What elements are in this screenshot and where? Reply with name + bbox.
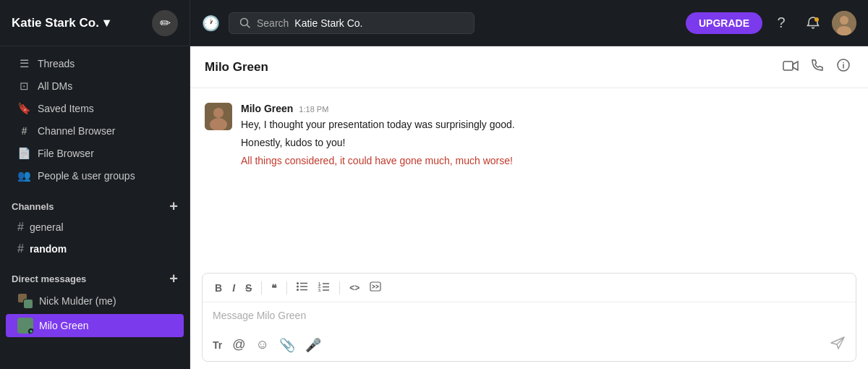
hash-icon: #: [17, 221, 24, 234]
code-button[interactable]: <>: [346, 281, 363, 295]
compose-button[interactable]: ✏: [152, 10, 178, 36]
app-container: Katie Stark Co. ▾ ✏ ☰ Threads ⊡ All DMs …: [0, 0, 868, 369]
history-button[interactable]: 🕐: [202, 14, 220, 32]
mention-button[interactable]: @: [229, 334, 248, 355]
svg-rect-25: [370, 282, 380, 291]
message-line-2: Honestly, kudos to you!: [241, 135, 854, 150]
svg-point-17: [297, 289, 299, 291]
upgrade-button[interactable]: UPGRADE: [686, 12, 762, 34]
topbar: 🕐 Search Katie Stark Co. UPGRADE ?: [190, 0, 868, 46]
toolbar-divider-2: [286, 281, 287, 294]
search-placeholder: Search: [257, 17, 289, 29]
main-area: 🕐 Search Katie Stark Co. UPGRADE ?: [190, 0, 868, 369]
channel-browser-icon: ＃: [17, 124, 30, 137]
sidebar-item-all-dms[interactable]: ⊡ All DMs: [6, 75, 184, 97]
numbered-list-button[interactable]: 1. 2. 3.: [315, 279, 333, 296]
input-toolbar: B I S ❝: [203, 273, 856, 302]
channel-item-random[interactable]: # random: [6, 239, 184, 259]
svg-rect-6: [783, 62, 793, 70]
sidebar-header: Katie Stark Co. ▾ ✏: [0, 0, 190, 46]
input-bottom-left: Tr @ ☺ 📎 🎤: [210, 334, 324, 356]
all-dms-icon: ⊡: [17, 80, 30, 93]
quote-button[interactable]: ❝: [268, 280, 281, 296]
svg-line-1: [247, 25, 250, 27]
topbar-right: UPGRADE ?: [686, 10, 856, 36]
user-avatar-image: [832, 11, 856, 35]
phone-call-button[interactable]: [807, 55, 827, 79]
message-line-1: Hey, I thought your presentation today w…: [241, 117, 854, 132]
info-icon: [836, 58, 851, 72]
svg-point-11: [213, 108, 224, 118]
sidebar-item-threads[interactable]: ☰ Threads: [6, 53, 184, 75]
message-line-3: All things considered, it could have gon…: [241, 153, 854, 169]
channel-browser-label: Channel Browser: [38, 125, 115, 137]
people-icon: 👥: [17, 169, 30, 182]
code-block-button[interactable]: [366, 279, 385, 296]
bullet-list-icon: [297, 281, 308, 292]
notifications-button[interactable]: [800, 10, 826, 36]
channels-section-header[interactable]: Channels +: [0, 193, 190, 216]
dm-item-nick-mulder[interactable]: Nick Mulder (me): [6, 289, 184, 313]
bold-button[interactable]: B: [211, 280, 226, 296]
send-icon: [830, 336, 846, 350]
audio-button[interactable]: 🎤: [302, 334, 324, 356]
dms-section-label: Direct messages: [12, 273, 86, 284]
send-button[interactable]: [827, 333, 848, 357]
hash-icon-random: #: [17, 242, 24, 255]
message-input[interactable]: Message Milo Green: [203, 302, 856, 328]
code-block-icon: [370, 281, 381, 292]
svg-point-4: [840, 16, 848, 25]
text-format-button[interactable]: Tr: [210, 336, 225, 354]
message-content: Milo Green 1:18 PM Hey, I thought your p…: [241, 103, 854, 171]
sidebar-item-channel-browser[interactable]: ＃ Channel Browser: [6, 120, 184, 142]
svg-point-15: [297, 286, 299, 288]
message-row: Milo Green 1:18 PM Hey, I thought your p…: [205, 103, 854, 171]
dm-name-milo: Milo Green: [39, 320, 88, 331]
message-header: Milo Green 1:18 PM: [241, 103, 854, 114]
workspace-name-button[interactable]: Katie Stark Co. ▾: [12, 15, 110, 30]
all-dms-label: All DMs: [38, 80, 72, 92]
milo-avatar-image: [205, 103, 232, 130]
saved-items-icon: 🔖: [17, 102, 30, 115]
channels-section-label: Channels: [12, 201, 54, 212]
user-avatar[interactable]: [832, 11, 856, 35]
online-status-dot: [28, 328, 33, 334]
svg-point-13: [297, 282, 299, 284]
chat-actions: [780, 55, 854, 79]
message-input-area: B I S ❝: [202, 273, 856, 362]
add-channel-button[interactable]: +: [169, 199, 178, 213]
chat-container: Milo Green: [190, 46, 868, 369]
numbered-list-icon: 1. 2. 3.: [318, 281, 330, 292]
dm-name-nick: Nick Mulder (me): [39, 295, 116, 307]
workspace-chevron-icon: ▾: [103, 15, 110, 30]
threads-icon: ☰: [17, 57, 30, 70]
search-context: Katie Stark Co.: [294, 17, 362, 29]
phone-icon: [810, 58, 825, 72]
dms-section-header[interactable]: Direct messages +: [0, 266, 190, 289]
threads-label: Threads: [38, 58, 75, 69]
add-dm-button[interactable]: +: [169, 271, 178, 286]
help-button[interactable]: ?: [768, 10, 794, 36]
dm-item-milo-green[interactable]: Milo Green: [6, 314, 184, 337]
search-icon: [239, 17, 251, 29]
sidebar-item-file-browser[interactable]: 📄 File Browser: [6, 143, 184, 164]
channel-name-random: random: [30, 243, 67, 255]
video-icon: [783, 60, 799, 72]
toolbar-divider-3: [339, 281, 340, 294]
message-placeholder: Message Milo Green: [213, 310, 306, 321]
search-bar[interactable]: Search Katie Stark Co.: [229, 12, 475, 34]
strikethrough-button[interactable]: S: [242, 280, 255, 296]
sidebar-item-people[interactable]: 👥 People & user groups: [6, 165, 184, 187]
message-sender: Milo Green: [241, 103, 293, 114]
video-call-button[interactable]: [780, 56, 801, 78]
attach-button[interactable]: 📎: [276, 334, 298, 356]
sidebar-item-saved-items[interactable]: 🔖 Saved Items: [6, 98, 184, 119]
chat-contact-name: Milo Green: [205, 60, 268, 75]
svg-point-9: [843, 62, 844, 64]
italic-button[interactable]: I: [229, 280, 239, 296]
emoji-button[interactable]: ☺: [253, 334, 272, 355]
channel-item-general[interactable]: # general: [6, 217, 184, 237]
info-button[interactable]: [833, 55, 854, 79]
topbar-left: 🕐 Search Katie Stark Co.: [202, 12, 475, 34]
bullet-list-button[interactable]: [293, 279, 312, 296]
